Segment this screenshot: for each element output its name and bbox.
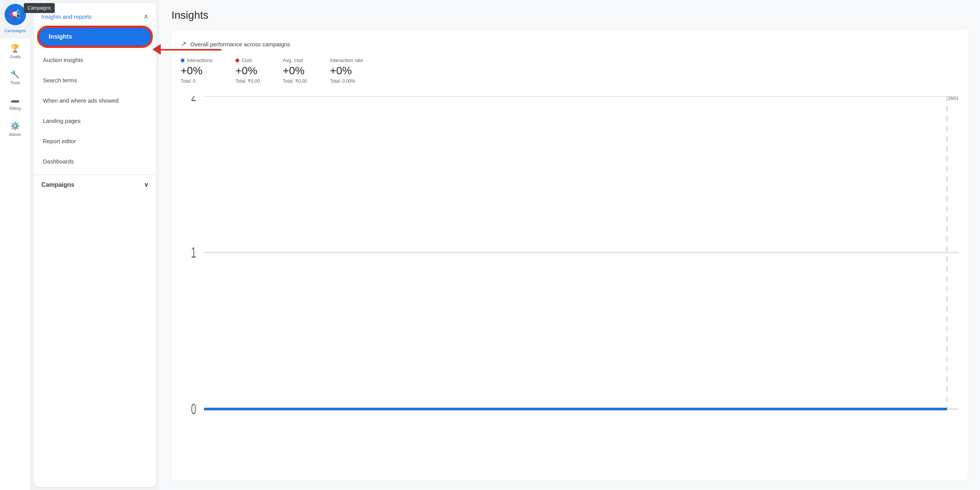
campaigns-icon: 📢 [5, 4, 26, 25]
tools-icon: 🔧 [10, 70, 20, 79]
interactions-legend-dot [181, 59, 185, 62]
insights-card: ↗ Overall performance across campaigns I… [172, 31, 968, 481]
cost-value: +0% [235, 65, 260, 77]
page-title: Insights [172, 9, 968, 21]
sidebar-item-goals[interactable]: 🏆 Goals [0, 38, 30, 64]
icon-nav: 📢 Campaigns Campaigns 🏆 Goals 🔧 Tools ▬ … [0, 0, 31, 490]
insights-menu-item[interactable]: Insights [38, 27, 152, 47]
cost-total: Total: ₹0.00 [235, 78, 260, 84]
chevron-down-icon: ∨ [144, 181, 149, 188]
dashboards-menu-item[interactable]: Dashboards [34, 151, 156, 172]
goals-icon: 🏆 [10, 44, 20, 53]
avg-cost-value: +0% [283, 65, 307, 77]
trend-icon: ↗ [181, 40, 186, 48]
when-where-ads-menu-item[interactable]: When and where ads showed [34, 90, 156, 111]
chart-svg: 0 1 2 [181, 96, 959, 472]
interaction-rate-value: +0% [330, 65, 363, 77]
landing-pages-menu-item[interactable]: Landing pages [34, 111, 156, 131]
sidebar-panel: Insights and reports ∧ Insights Auction … [34, 3, 156, 487]
interactions-value: +0% [181, 65, 212, 77]
campaigns-tooltip: Campaigns [24, 3, 55, 13]
chevron-up-icon: ∧ [144, 12, 149, 21]
metrics-row: Interactions +0% Total: 0 Cost +0% Total… [181, 57, 959, 84]
sidebar-item-billing[interactable]: ▬ Billing [0, 90, 30, 116]
metric-avg-cost: Avg. cost +0% Total: ₹0.00 [283, 57, 307, 84]
interaction-rate-total: Total: 0.00% [330, 78, 363, 84]
avg-cost-total: Total: ₹0.00 [283, 78, 307, 84]
chart-area: 28/01 0 1 2 [181, 96, 959, 472]
svg-text:1: 1 [191, 244, 196, 261]
cost-legend-dot [235, 59, 239, 62]
search-terms-menu-item[interactable]: Search terms [34, 70, 156, 90]
performance-header: ↗ Overall performance across campaigns [181, 40, 959, 48]
sidebar-item-campaigns[interactable]: 📢 Campaigns Campaigns [0, 0, 30, 38]
sidebar-item-tools[interactable]: 🔧 Tools [0, 64, 30, 90]
svg-text:2: 2 [191, 96, 196, 104]
main-content: Insights ↗ Overall performance across ca… [159, 0, 980, 490]
auction-insights-menu-item[interactable]: Auction insights [34, 50, 156, 70]
billing-icon: ▬ [11, 96, 19, 105]
interactions-total: Total: 0 [181, 78, 212, 84]
campaigns-section[interactable]: Campaigns ∨ [34, 175, 156, 194]
sidebar-item-admin[interactable]: ⚙️ Admin [0, 116, 30, 142]
metric-interaction-rate: Interaction rate +0% Total: 0.00% [330, 57, 363, 84]
chart-date-label: 28/01 [948, 96, 959, 101]
metric-interactions: Interactions +0% Total: 0 [181, 57, 212, 84]
report-editor-menu-item[interactable]: Report editor [34, 131, 156, 151]
metric-cost: Cost +0% Total: ₹0.00 [235, 57, 260, 84]
admin-icon: ⚙️ [10, 121, 20, 131]
svg-text:0: 0 [191, 400, 196, 417]
